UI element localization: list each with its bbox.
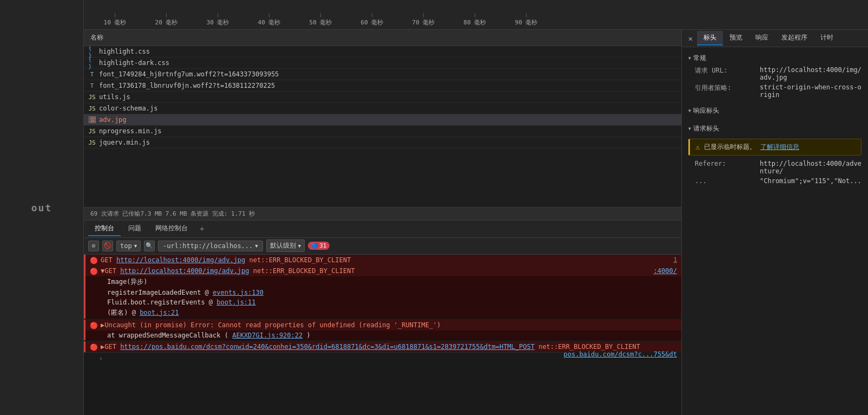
error-right-2: :4000/ xyxy=(654,267,677,275)
detail-link-boot11[interactable]: boot.js:11 xyxy=(216,299,255,306)
img-red-icon: 🖼 xyxy=(88,116,96,124)
section-request-headers[interactable]: ▼ 请求标头 xyxy=(688,122,862,135)
ruler-tick-line xyxy=(166,13,167,17)
console-output[interactable]: 🔴 GET http://localhost:4000/img/adv.jpg … xyxy=(84,255,681,416)
error-right-link-4[interactable]: pos.baidu.com/dcsm?c...755&dt xyxy=(563,351,677,358)
ruler-tick-label: 60 毫秒 xyxy=(361,18,384,27)
error-link-2[interactable]: http://localhost:4000/img/adv.jpg xyxy=(120,267,249,275)
details-tab-标头[interactable]: 标头 xyxy=(697,31,723,46)
console-tabs: 控制台问题网络控制台+ xyxy=(84,220,681,237)
error-right-link-2[interactable]: :4000/ xyxy=(654,267,677,275)
context-label: top xyxy=(120,242,132,250)
context-chevron-icon: ▼ xyxy=(134,243,137,249)
warning-link[interactable]: 了解详细信息 xyxy=(760,143,799,151)
sidebar-label: out xyxy=(31,202,52,213)
network-list-item[interactable]: { } highlight-dark.css xyxy=(84,57,681,69)
details-tab-发起程序[interactable]: 发起程序 xyxy=(775,31,814,46)
error-text-1: GET xyxy=(101,256,116,264)
error-badge[interactable]: 🔵 31 xyxy=(308,242,330,250)
detail-text-image: Image(异步) xyxy=(107,278,148,286)
sec-ch-ua-value: "Chromium";v="115","Not... xyxy=(760,177,862,185)
ruler-tick: 70 毫秒 xyxy=(398,13,449,27)
console-stop-button[interactable]: 🚫 xyxy=(102,241,113,251)
error-icon-4: 🔴 xyxy=(90,343,98,351)
network-list-item[interactable]: JS jquerv.min.js xyxy=(84,137,681,148)
url-filter[interactable]: -url:http://localhos... ▼ xyxy=(158,241,263,251)
error-icon-1: 🔴 xyxy=(90,257,98,264)
network-list-item[interactable]: 🖼 adv.jpg xyxy=(84,114,681,126)
details-tabs: ✕ 标头预览响应发起程序计时 xyxy=(682,30,868,47)
css-icon: { } xyxy=(88,48,96,55)
error-link-1[interactable]: http://localhost:4000/img/adv.jpg xyxy=(116,256,245,264)
ruler-tick-line xyxy=(423,13,424,17)
ruler-tick-label: 70 毫秒 xyxy=(412,18,435,27)
network-list-item[interactable]: { } highlight.css xyxy=(84,46,681,57)
level-chevron-icon: ▼ xyxy=(298,243,301,249)
console-tab-add[interactable]: + xyxy=(195,222,208,235)
network-panel: 名称 { } highlight.css { } highlight-dark.… xyxy=(84,30,682,415)
ruler-tick-line xyxy=(475,13,475,17)
error-badge-icon: 🔵 xyxy=(311,243,318,249)
detail-text-fluid: Fluid.boot.registerEvents @ xyxy=(107,299,216,306)
ruler-tick-label: 10 毫秒 xyxy=(104,18,127,27)
js-icon: JS xyxy=(88,127,96,135)
referrer-policy-label: 引用者策略: xyxy=(695,83,760,99)
font-icon: T xyxy=(88,70,96,78)
section-response-headers[interactable]: ▼ 响应标头 xyxy=(688,104,862,118)
level-selector[interactable]: 默认级别 ▼ xyxy=(266,239,305,252)
network-list-item[interactable]: T font_1749284_hj8rtnfg7um.woff2?t=16433… xyxy=(84,69,681,80)
section-general[interactable]: ▼ 常规 xyxy=(688,51,862,65)
error-suffix-4: net::ERR_BLOCKED_BY_CLIENT xyxy=(538,343,640,351)
console-tab-网络控制台[interactable]: 网络控制台 xyxy=(149,222,194,236)
detail-link-aekxd7gi[interactable]: AEKXD7GI.js:920:22 xyxy=(232,332,303,339)
network-list-item[interactable]: JS nprogress.min.js xyxy=(84,126,681,137)
request-headers-triangle-icon: ▼ xyxy=(688,126,691,131)
error-right-1: 1 xyxy=(673,256,677,263)
js-icon: JS xyxy=(88,105,96,112)
detail-link-boot21[interactable]: boot.js:21 xyxy=(140,309,179,316)
network-list-item[interactable]: JS utils.js xyxy=(84,92,681,103)
console-clear-button[interactable]: ⊘ xyxy=(88,241,99,251)
details-close-button[interactable]: ✕ xyxy=(684,32,697,45)
details-tab-响应[interactable]: 响应 xyxy=(749,31,775,46)
console-error-detail-2c: Fluid.boot.registerEvents @ boot.js:11 xyxy=(84,297,681,307)
console-error-row-2: 🔴 ▼GET http://localhost:4000/img/adv.jpg… xyxy=(84,265,681,276)
ruler-tick-label: 30 毫秒 xyxy=(207,18,229,27)
error-prefix-2: ▼GET xyxy=(101,267,120,275)
ruler-tick: 20 毫秒 xyxy=(141,13,192,27)
console-tab-控制台[interactable]: 控制台 xyxy=(88,222,121,236)
context-selector[interactable]: top ▼ xyxy=(116,241,141,251)
error-suffix-2: net::ERR_BLOCKED_BY_CLIENT xyxy=(253,267,355,275)
console-error-detail-3b: at wrappedSendMessageCallback ( AEKXD7GI… xyxy=(84,330,681,340)
detail-link-events[interactable]: events.js:130 xyxy=(213,289,264,296)
network-header: 名称 xyxy=(84,30,681,46)
console-error-row-3: 🔴 ▶Uncaught (in promise) Error: Cannot r… xyxy=(84,320,681,330)
details-tab-计时[interactable]: 计时 xyxy=(814,31,840,46)
network-item-name: highlight-dark.css xyxy=(99,59,677,67)
detail-request-url: 请求 URL: http://localhost:4000/img/adv.jp… xyxy=(688,65,862,82)
ruler-tick-label: 50 毫秒 xyxy=(310,18,332,27)
ruler-tick-label: 90 毫秒 xyxy=(515,18,538,27)
ruler-tick: 10 毫秒 xyxy=(89,13,141,27)
details-content[interactable]: ▼ 常规 请求 URL: http://localhost:4000/img/a… xyxy=(682,47,868,415)
ruler-tick-line xyxy=(526,13,527,17)
error-link-4[interactable]: https://pos.baidu.com/dcsm?conwid=240&co… xyxy=(120,343,535,351)
ruler-tick: 60 毫秒 xyxy=(346,13,398,27)
general-label: 常规 xyxy=(693,54,706,63)
console-error-detail-2d: (匿名) @ boot.js:21 xyxy=(84,307,681,319)
console-filter-icon[interactable]: 🔍 xyxy=(144,241,155,251)
console-tab-问题[interactable]: 问题 xyxy=(122,222,148,236)
ruler-tick: 90 毫秒 xyxy=(501,13,552,27)
network-list[interactable]: { } highlight.css { } highlight-dark.css… xyxy=(84,46,681,207)
detail-sec-ch-ua: ... "Chromium";v="115","Not... xyxy=(688,176,862,186)
console-error-row-4: 🔴 ▶GET https://pos.baidu.com/dcsm?conwid… xyxy=(84,341,681,352)
ruler-tick-line xyxy=(115,13,115,17)
level-label: 默认级别 xyxy=(270,241,296,250)
panel-row: 名称 { } highlight.css { } highlight-dark.… xyxy=(84,30,868,415)
network-list-item[interactable]: T font_1736178_lbnruvf0jn.woff2?t=163811… xyxy=(84,80,681,92)
network-item-name: highlight.css xyxy=(99,48,677,55)
details-tab-预览[interactable]: 预览 xyxy=(723,31,749,46)
url-filter-text: -url:http://localhos... xyxy=(163,242,253,250)
network-list-item[interactable]: JS color-schema.js xyxy=(84,103,681,114)
detail-text-register: registerImageLoadedEvent @ xyxy=(107,289,213,296)
